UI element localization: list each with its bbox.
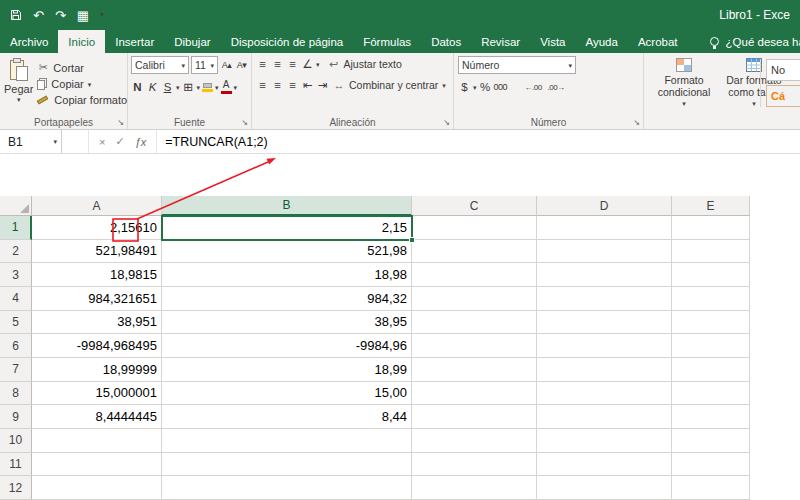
row-header-11[interactable]: 11 — [0, 453, 32, 477]
cell-A2[interactable]: 521,98491 — [32, 240, 162, 264]
cell-C2[interactable] — [412, 240, 537, 264]
row-header-4[interactable]: 4 — [0, 287, 32, 311]
cell-E4[interactable] — [672, 287, 750, 311]
cell-A7[interactable]: 18,99999 — [32, 358, 162, 382]
cell-E3[interactable] — [672, 263, 750, 287]
cell-D8[interactable] — [537, 382, 672, 406]
row-header-6[interactable]: 6 — [0, 334, 32, 358]
cell-B11[interactable] — [162, 453, 412, 477]
tab-disposicion-de-pagina[interactable]: Disposición de página — [221, 30, 354, 53]
cell-B4[interactable]: 984,32 — [162, 287, 412, 311]
font-family-select[interactable]: Calibri ▾ — [131, 56, 189, 74]
column-header-B[interactable]: B — [162, 196, 412, 216]
cell-C8[interactable] — [412, 382, 537, 406]
save-button[interactable] — [10, 9, 22, 21]
row-header-8[interactable]: 8 — [0, 382, 32, 406]
row-header-9[interactable]: 9 — [0, 405, 32, 429]
align-right-button[interactable]: ≡ — [286, 77, 299, 93]
cell-C9[interactable] — [412, 405, 537, 429]
tab-insertar[interactable]: Insertar — [105, 30, 164, 53]
cell-B7[interactable]: 18,99 — [162, 358, 412, 382]
cancel-button[interactable]: × — [99, 136, 105, 148]
number-format-select[interactable]: Número ▾ — [458, 56, 576, 74]
cell-B2[interactable]: 521,98 — [162, 240, 412, 264]
cell-C7[interactable] — [412, 358, 537, 382]
row-header-5[interactable]: 5 — [0, 311, 32, 335]
undo-button[interactable]: ↶ — [33, 9, 44, 22]
dialog-launcher-icon[interactable]: ↘ — [443, 118, 450, 127]
cell-C6[interactable] — [412, 334, 537, 358]
comma-style-button[interactable]: 000 — [494, 79, 508, 95]
cell-E5[interactable] — [672, 311, 750, 335]
cell-D2[interactable] — [537, 240, 672, 264]
qat-customize-button[interactable]: ▾ — [100, 11, 104, 19]
column-header-D[interactable]: D — [537, 196, 672, 216]
fill-color-button[interactable] — [202, 79, 213, 95]
tab-vista[interactable]: Vista — [530, 30, 575, 53]
column-header-E[interactable]: E — [672, 196, 750, 216]
increase-decimal-button[interactable]: ←.00 — [523, 79, 543, 95]
format-painter-button[interactable]: Copiar formato — [37, 94, 127, 106]
cell-D11[interactable] — [537, 453, 672, 477]
decrease-indent-button[interactable]: ⇤ — [301, 77, 314, 93]
copy-button[interactable]: Copiar ▾ — [37, 78, 127, 90]
cell-D12[interactable] — [537, 476, 672, 500]
tab-archivo[interactable]: Archivo — [0, 30, 58, 53]
tab-formulas[interactable]: Fórmulas — [353, 30, 421, 53]
align-left-button[interactable]: ≡ — [256, 77, 269, 93]
align-center-button[interactable]: ≡ — [271, 77, 284, 93]
cell-B3[interactable]: 18,98 — [162, 263, 412, 287]
currency-format-button[interactable]: $ — [458, 79, 471, 95]
cell-C12[interactable] — [412, 476, 537, 500]
cell-C3[interactable] — [412, 263, 537, 287]
cell-E12[interactable] — [672, 476, 750, 500]
cell-C5[interactable] — [412, 311, 537, 335]
cell-E1[interactable] — [672, 216, 750, 240]
cell-E6[interactable] — [672, 334, 750, 358]
dialog-launcher-icon[interactable]: ↘ — [633, 118, 640, 127]
tab-datos[interactable]: Datos — [421, 30, 471, 53]
row-header-2[interactable]: 2 — [0, 240, 32, 264]
tell-me-search[interactable]: ¿Qué desea hacer? — [702, 30, 800, 53]
cell-C1[interactable] — [412, 216, 537, 240]
column-header-C[interactable]: C — [412, 196, 537, 216]
column-header-A[interactable]: A — [32, 196, 162, 216]
row-header-3[interactable]: 3 — [0, 263, 32, 287]
cell-D1[interactable] — [537, 216, 672, 240]
orientation-button[interactable]: ∠ — [301, 56, 314, 72]
conditional-formatting-button[interactable]: Formato condicional ▾ — [652, 56, 716, 114]
cell-E7[interactable] — [672, 358, 750, 382]
row-header-10[interactable]: 10 — [0, 429, 32, 453]
cut-button[interactable]: ✂ Cortar — [37, 61, 127, 74]
cell-C10[interactable] — [412, 429, 537, 453]
enter-button[interactable]: ✓ — [115, 135, 124, 148]
grow-font-button[interactable]: A▴ — [220, 57, 233, 73]
dialog-launcher-icon[interactable]: ↘ — [117, 118, 124, 127]
row-header-12[interactable]: 12 — [0, 476, 32, 500]
wrap-text-button[interactable]: ↩ Ajustar texto — [328, 58, 402, 71]
row-header-7[interactable]: 7 — [0, 358, 32, 382]
align-middle-button[interactable]: ≡ — [271, 56, 284, 72]
cell-A3[interactable]: 18,9815 — [32, 263, 162, 287]
cell-D7[interactable] — [537, 358, 672, 382]
cell-B10[interactable] — [162, 429, 412, 453]
cell-B1[interactable]: 2,15 — [162, 216, 412, 240]
cell-A11[interactable] — [32, 453, 162, 477]
cell-B9[interactable]: 8,44 — [162, 405, 412, 429]
tab-dibujar[interactable]: Dibujar — [164, 30, 220, 53]
font-size-select[interactable]: 11 ▾ — [191, 56, 218, 74]
underline-button[interactable]: S — [161, 79, 174, 95]
tab-revisar[interactable]: Revisar — [471, 30, 530, 53]
cell-E10[interactable] — [672, 429, 750, 453]
insert-function-button[interactable]: ƒx — [135, 136, 147, 148]
cell-E9[interactable] — [672, 405, 750, 429]
cell-C4[interactable] — [412, 287, 537, 311]
decrease-decimal-button[interactable]: .00→ — [546, 79, 566, 95]
cell-D5[interactable] — [537, 311, 672, 335]
cell-style-calculo[interactable]: Cá — [766, 85, 800, 107]
dialog-launcher-icon[interactable]: ↘ — [241, 118, 248, 127]
redo-button[interactable]: ↷ — [55, 9, 66, 22]
cell-A5[interactable]: 38,951 — [32, 311, 162, 335]
cell-D4[interactable] — [537, 287, 672, 311]
cell-A6[interactable]: -9984,968495 — [32, 334, 162, 358]
